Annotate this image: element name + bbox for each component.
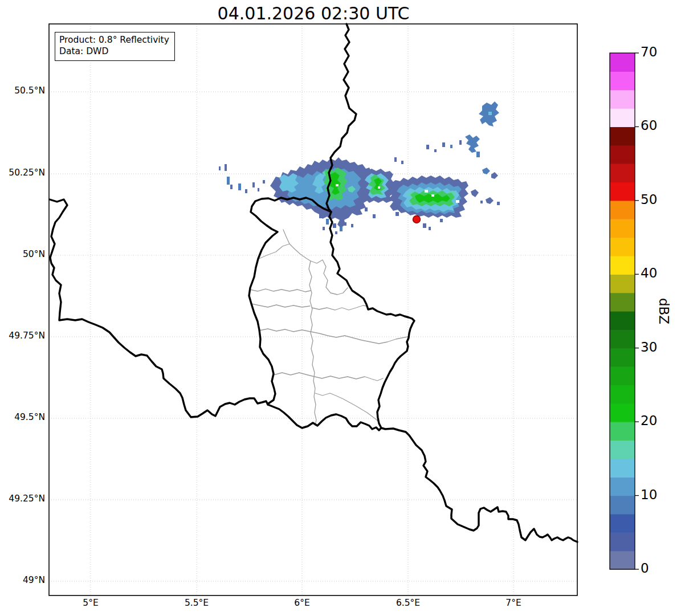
y-tick-label: 49.75°N (0, 331, 45, 341)
colorbar-segment (610, 164, 635, 182)
colorbar-segment (610, 274, 635, 293)
colorbar-segment (610, 496, 635, 515)
colorbar-segment (610, 219, 635, 238)
canton-border (309, 261, 316, 426)
radar-echo-speck (326, 219, 329, 225)
canton-border (283, 230, 290, 244)
radar-echo-cell (465, 134, 480, 153)
colorbar (610, 53, 639, 570)
radar-echo-speck (351, 224, 353, 227)
radar-echo-speck (394, 157, 397, 162)
radar-echo-speck (252, 182, 255, 187)
colorbar-segment (610, 514, 635, 533)
radar-echo-speck (442, 142, 445, 147)
colorbar-tick-label: 20 (641, 413, 657, 428)
radar-echo-speck (373, 214, 376, 218)
radar-echo-cell (491, 172, 498, 179)
colorbar-axis-label: dBZ (657, 298, 671, 324)
canton-border (274, 373, 383, 381)
country-border-layer (50, 24, 577, 542)
product-info-line: Product: 0.8° Reflectivity (59, 34, 169, 46)
radar-echo-speck (459, 140, 462, 145)
radar-site-marker (413, 216, 421, 223)
canton-border (312, 305, 366, 310)
country-border (50, 199, 268, 417)
colorbar-segment (610, 71, 635, 90)
colorbar-segment (610, 440, 635, 459)
radar-map-figure: 04.01.2026 02:30 UTC Product: 0.8° Refle… (0, 0, 685, 616)
radar-echo-speck (344, 222, 346, 226)
y-tick-label: 49°N (0, 575, 45, 585)
radar-echo-cell (482, 168, 490, 174)
radar-echo-speck (476, 152, 480, 157)
canton-border (251, 304, 310, 307)
radar-echo-speck (440, 219, 443, 222)
colorbar-segment (610, 459, 635, 478)
colorbar-segment (610, 403, 635, 422)
x-tick-label: 5.5°E (171, 598, 222, 608)
radar-echo-speck (258, 188, 259, 191)
map-canvas (0, 0, 685, 616)
colorbar-tick-label: 30 (641, 340, 657, 354)
canton-border-layer (250, 230, 408, 426)
x-tick-label: 6.5°E (382, 598, 434, 608)
colorbar-tick-label: 50 (641, 192, 657, 207)
radar-echo-speck (497, 202, 500, 205)
colorbar-segment (610, 201, 635, 219)
y-tick-label: 50°N (0, 249, 45, 259)
colorbar-segment (610, 256, 635, 275)
radar-echo-speck (336, 184, 339, 186)
radar-echo-speck (227, 177, 230, 185)
radar-echo-speck (335, 231, 337, 234)
colorbar-segment (610, 182, 635, 201)
colorbar-tick-label: 0 (641, 561, 649, 576)
x-tick-label: 6°E (276, 598, 328, 608)
radar-echo-speck (450, 145, 452, 148)
country-border (249, 198, 414, 430)
colorbar-segment (610, 145, 635, 164)
radar-echo-speck (480, 201, 483, 203)
colorbar-segment (610, 90, 635, 109)
x-tick-label: 5°E (65, 598, 116, 608)
colorbar-segment (610, 477, 635, 496)
colorbar-tick-label: 40 (641, 266, 657, 280)
data-source-line: Data: DWD (59, 46, 169, 57)
colorbar-segment (610, 329, 635, 348)
colorbar-segment (610, 108, 635, 127)
radar-echo-speck (401, 161, 403, 164)
radar-echo-speck (425, 190, 428, 193)
country-border (381, 428, 577, 542)
radar-echo-speck (434, 149, 437, 152)
radar-echo-speck (245, 189, 247, 193)
y-tick-label: 49.25°N (0, 493, 45, 504)
radar-echo-speck (431, 194, 434, 197)
colorbar-segment (610, 385, 635, 403)
radar-echo-speck (378, 186, 380, 189)
radar-echo-speck (225, 164, 227, 171)
product-info-box: Product: 0.8° Reflectivity Data: DWD (55, 32, 175, 61)
colorbar-segment (610, 532, 635, 551)
radar-echo-speck (319, 213, 323, 218)
radar-echo-speck (333, 223, 336, 228)
colorbar-tick-label: 60 (641, 118, 657, 133)
radar-echo-speck (340, 227, 343, 231)
colorbar-tick-label: 10 (641, 487, 657, 502)
radar-echo-cell (486, 197, 494, 204)
radar-echo-speck (395, 212, 399, 216)
colorbar-segment (610, 127, 635, 145)
radar-echo-speck (263, 180, 265, 183)
radar-echo-speck (488, 112, 492, 115)
colorbar-segment (610, 53, 635, 72)
colorbar-segment (610, 311, 635, 330)
canton-border (259, 329, 408, 344)
radar-echo-speck (323, 227, 325, 230)
colorbar-segment (610, 348, 635, 367)
radar-echo-speck (423, 223, 426, 228)
radar-echo-speck (238, 183, 241, 190)
radar-echo-speck (365, 207, 368, 211)
y-tick-label: 50.5°N (0, 85, 45, 96)
colorbar-tick-label: 70 (641, 44, 657, 59)
canton-border (250, 289, 311, 292)
radar-echo-layer (219, 101, 500, 234)
radar-echo-speck (219, 166, 221, 170)
